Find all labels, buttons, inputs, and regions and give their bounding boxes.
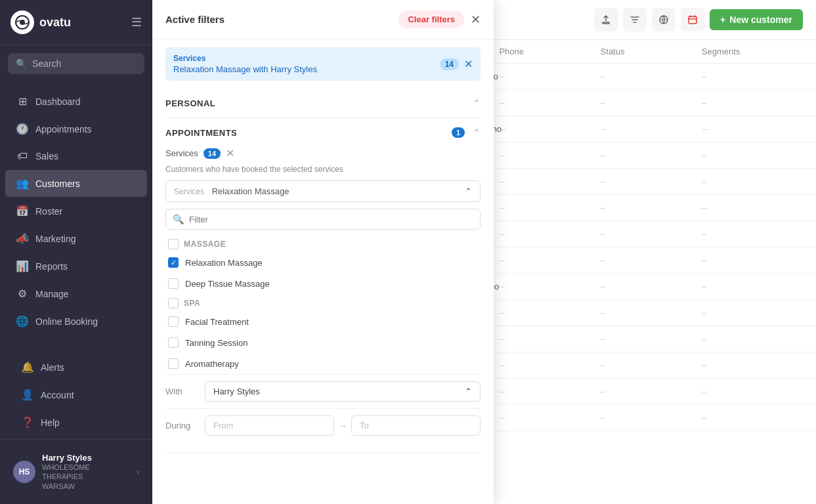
logo-icon: [11, 10, 34, 34]
svg-rect-3: [689, 16, 697, 24]
search-icon: 🔍: [16, 58, 27, 69]
online-booking-icon: 🌐: [16, 315, 29, 327]
col-phone: Phone: [499, 47, 600, 56]
with-chevron-icon: ⌃: [465, 387, 472, 396]
appointments-section-header[interactable]: APPOINTMENTS 1 ⌃: [165, 118, 481, 147]
sidebar-item-label: Alerts: [41, 362, 64, 373]
services-subsection: Services 14 ✕ Customers who have booked …: [165, 147, 481, 453]
sidebar-item-manage[interactable]: ⚙ Manage: [5, 280, 147, 307]
sidebar-bottom-nav: 🔔 Alerts 👤 Account ❓ Help: [0, 353, 152, 436]
sidebar-item-label: Online Booking: [35, 316, 98, 327]
services-description: Customers who have booked the selected s…: [165, 165, 481, 174]
filter-panel-header: Active filters Clear filters ✕: [152, 0, 494, 39]
facial-checkbox[interactable]: [168, 316, 179, 327]
hamburger-icon[interactable]: ☰: [131, 15, 142, 30]
sidebar-item-online-booking[interactable]: 🌐 Online Booking: [5, 308, 147, 335]
appointments-chevron-icon: ⌃: [473, 127, 481, 138]
sidebar-item-alerts[interactable]: 🔔 Alerts: [11, 354, 142, 381]
tanning-checkbox[interactable]: [168, 337, 179, 348]
with-row: With Harry Styles ⌃: [165, 374, 481, 408]
service-search-input[interactable]: [189, 215, 473, 224]
category-spa: SPA: [165, 294, 481, 311]
services-dropdown-value: Relaxation Massage: [212, 186, 290, 196]
sidebar-item-appointments[interactable]: 🕐 Appointments: [5, 116, 147, 142]
filter-panel: Active filters Clear filters ✕ Services …: [152, 0, 494, 504]
calendar-button[interactable]: [681, 8, 704, 32]
tag-close-button[interactable]: ✕: [464, 58, 473, 70]
sales-icon: 🏷: [16, 150, 29, 162]
customers-icon: 👥: [16, 177, 29, 190]
during-row: During From → To: [165, 408, 481, 442]
col-segments: Segments: [702, 47, 803, 56]
sidebar-item-label: Help: [41, 417, 60, 428]
reports-icon: 📊: [16, 260, 29, 272]
sidebar-item-account[interactable]: 👤 Account: [11, 381, 142, 408]
logo-text: ovatu: [39, 16, 71, 30]
main-area: + New customer Name Company ↕ Email Phon…: [152, 0, 816, 504]
new-customer-button[interactable]: + New customer: [710, 9, 803, 30]
spa-category-checkbox[interactable]: [168, 298, 179, 308]
facial-label: Facial Treatment: [185, 317, 249, 327]
services-dropdown[interactable]: Services Relaxation Massage ⌃: [165, 180, 481, 202]
globe-button[interactable]: [652, 8, 676, 32]
clear-filters-button[interactable]: Clear filters: [398, 10, 464, 28]
dropdown-chevron-icon: ⌃: [465, 186, 472, 196]
tag-label: Services: [173, 54, 317, 63]
sidebar-item-reports[interactable]: 📊 Reports: [5, 253, 147, 280]
sidebar-item-sales[interactable]: 🏷 Sales: [5, 143, 147, 169]
personal-chevron-icon: ⌃: [473, 98, 481, 108]
during-dates: From → To: [205, 415, 481, 436]
sidebar-item-label: Reports: [35, 261, 68, 272]
services-clear-button[interactable]: ✕: [226, 147, 234, 159]
export-button[interactable]: [594, 8, 618, 32]
sidebar-item-help[interactable]: ❓ Help: [11, 409, 142, 436]
logo-area: ovatu: [11, 10, 71, 34]
services-label: Services: [165, 148, 198, 158]
filter-settings-button[interactable]: [623, 8, 647, 32]
filter-section-appointments: APPOINTMENTS 1 ⌃ Services 14 ✕: [165, 118, 481, 453]
user-card[interactable]: HS Harry Styles WHOLESOME THERAPIES WARS…: [8, 448, 144, 496]
alerts-icon: 🔔: [21, 361, 34, 373]
sidebar-item-marketing[interactable]: 📣 Marketing: [5, 225, 147, 252]
sidebar-item-label: Marketing: [35, 234, 75, 244]
sidebar-item-label: Sales: [35, 151, 58, 161]
personal-section-header[interactable]: PERSONAL ⌃: [165, 89, 481, 117]
sidebar-item-label: Dashboard: [35, 96, 81, 107]
date-arrow-icon: →: [338, 421, 347, 431]
sidebar-item-customers[interactable]: 👥 Customers: [5, 170, 147, 197]
col-status: Status: [601, 47, 702, 56]
service-item-deep-tissue[interactable]: Deep Tissue Massage: [165, 273, 481, 294]
appointments-title: APPOINTMENTS: [165, 128, 237, 138]
sidebar-nav: ⊞ Dashboard 🕐 Appointments 🏷 Sales 👥 Cus…: [0, 82, 152, 353]
filter-sections: PERSONAL ⌃ APPOINTMENTS 1 ⌃: [152, 89, 494, 504]
filter-section-personal: PERSONAL ⌃: [165, 89, 481, 118]
sidebar-item-roster[interactable]: 📅 Roster: [5, 198, 147, 224]
massage-category-checkbox[interactable]: [168, 239, 179, 249]
relaxation-checkbox[interactable]: [168, 257, 179, 268]
active-filter-tag: Services Relaxation Massage with Harry S…: [165, 47, 481, 81]
aromatherapy-label: Aromatherapy: [185, 359, 239, 369]
service-item-relaxation[interactable]: Relaxation Massage: [165, 252, 481, 273]
deep-tissue-checkbox[interactable]: [168, 278, 179, 289]
new-customer-icon: +: [720, 14, 725, 25]
manage-icon: ⚙: [16, 287, 29, 300]
filter-header-actions: Clear filters ✕: [398, 10, 481, 28]
with-dropdown[interactable]: Harry Styles ⌃: [205, 381, 481, 402]
service-item-tanning[interactable]: Tanning Session: [165, 332, 481, 353]
service-item-facial[interactable]: Facial Treatment: [165, 311, 481, 332]
appointments-badge: 1: [452, 127, 465, 138]
sidebar-item-dashboard[interactable]: ⊞ Dashboard: [5, 88, 147, 115]
close-filter-button[interactable]: ✕: [471, 12, 481, 27]
tanning-label: Tanning Session: [185, 338, 247, 348]
service-item-aromatherapy[interactable]: Aromatherapy: [165, 353, 481, 374]
account-icon: 👤: [21, 388, 34, 401]
sidebar-search[interactable]: 🔍 Search: [8, 53, 144, 74]
personal-title: PERSONAL: [165, 98, 215, 108]
date-to[interactable]: To: [351, 415, 481, 436]
date-from[interactable]: From: [205, 415, 334, 436]
sidebar-user-area: HS Harry Styles WHOLESOME THERAPIES WARS…: [0, 439, 152, 504]
services-label-row: Services 14 ✕: [165, 147, 481, 159]
during-label: During: [165, 421, 197, 430]
aromatherapy-checkbox[interactable]: [168, 358, 179, 369]
service-filter-search[interactable]: 🔍: [165, 209, 481, 230]
